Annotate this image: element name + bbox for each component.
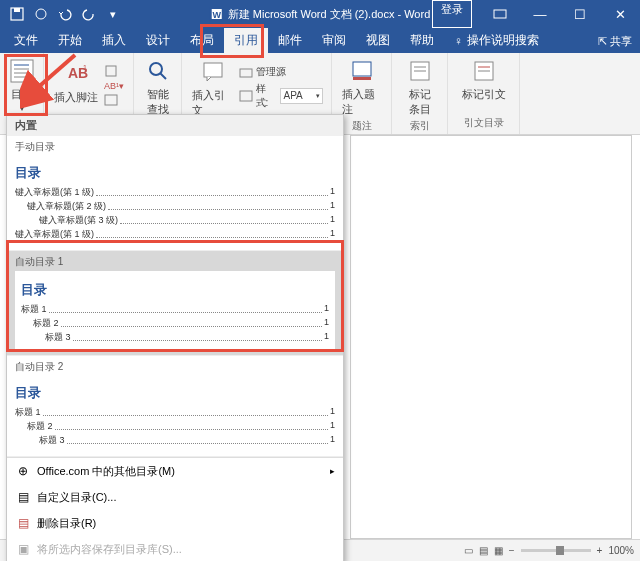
group-toa: 标记引文 引文目录 <box>448 53 520 134</box>
show-notes-button[interactable] <box>102 93 126 107</box>
print-layout-icon[interactable]: ▤ <box>479 545 488 556</box>
search-icon <box>144 57 172 85</box>
tab-layout[interactable]: 布局 <box>180 28 224 53</box>
svg-point-2 <box>36 9 46 19</box>
next-icon: AB¹▾ <box>104 81 124 91</box>
document-canvas[interactable] <box>350 135 632 539</box>
insert-footnote-button[interactable]: AB1 插入脚注 <box>50 58 102 107</box>
maximize-icon[interactable]: ☐ <box>560 0 600 28</box>
ribbon-tabs: 文件 开始 插入 设计 布局 引用 邮件 审阅 视图 帮助 ♀操作说明搜索 ⇱共… <box>0 28 640 53</box>
tab-design[interactable]: 设计 <box>136 28 180 53</box>
svg-rect-19 <box>240 69 252 77</box>
tab-view[interactable]: 视图 <box>356 28 400 53</box>
next-footnote-button[interactable]: AB¹▾ <box>102 80 126 92</box>
zoom-in-icon[interactable]: + <box>597 545 603 556</box>
toa-icon <box>470 57 498 85</box>
manage-sources-button[interactable]: 管理源 <box>237 64 325 80</box>
tab-home[interactable]: 开始 <box>48 28 92 53</box>
toc-qat-icon[interactable] <box>30 3 52 25</box>
zoom-out-icon[interactable]: − <box>509 545 515 556</box>
remove-toc-button[interactable]: ▤删除目录(R) <box>7 510 343 536</box>
toa-label: 引文目录 <box>464 116 504 132</box>
tab-references[interactable]: 引用 <box>224 28 268 53</box>
window-title: W 新建 Microsoft Word 文档 (2).docx - Word <box>210 7 431 22</box>
mark-citation-button[interactable]: 标记引文 <box>458 55 510 104</box>
globe-icon: ⊕ <box>15 463 31 479</box>
insert-endnote-button[interactable] <box>102 63 126 79</box>
share-button[interactable]: ⇱共享 <box>590 30 640 53</box>
chevron-down-icon: ▾ <box>316 92 320 100</box>
notes-icon <box>104 94 118 106</box>
svg-rect-1 <box>14 8 20 12</box>
svg-line-17 <box>160 73 166 79</box>
smart-lookup-button[interactable]: 智能 查找 <box>140 55 176 119</box>
close-icon[interactable]: ✕ <box>600 0 640 28</box>
endnote-icon <box>104 64 118 78</box>
index-icon <box>406 57 434 85</box>
mark-entry-button[interactable]: 标记 条目 <box>402 55 438 119</box>
citation-icon <box>199 58 227 86</box>
index-label: 索引 <box>410 119 430 135</box>
share-icon: ⇱ <box>598 35 607 48</box>
save-toc-button: ▣将所选内容保存到目录库(S)... <box>7 536 343 561</box>
undo-icon[interactable] <box>54 3 76 25</box>
style-selector[interactable]: 样式:APA▾ <box>237 81 325 111</box>
footnote-small-buttons: AB¹▾ <box>102 59 126 107</box>
style-icon <box>239 90 252 102</box>
redo-icon[interactable] <box>78 3 100 25</box>
zoom-slider[interactable] <box>521 549 591 552</box>
office-toc-button[interactable]: ⊕Office.com 中的其他目录(M)▸ <box>7 458 343 484</box>
svg-rect-18 <box>204 63 222 77</box>
ribbon-display-icon[interactable] <box>480 0 520 28</box>
tab-review[interactable]: 审阅 <box>312 28 356 53</box>
svg-text:1: 1 <box>83 64 87 71</box>
custom-toc-button[interactable]: ▤自定义目录(C)... <box>7 484 343 510</box>
svg-rect-20 <box>240 91 252 101</box>
svg-rect-22 <box>353 62 371 76</box>
dropdown-footer: ⊕Office.com 中的其他目录(M)▸ ▤自定义目录(C)... ▤删除目… <box>7 457 343 561</box>
title-bar: ▾ W 新建 Microsoft Word 文档 (2).docx - Word… <box>0 0 640 28</box>
window-controls: 登录 — ☐ ✕ <box>432 0 640 28</box>
web-layout-icon[interactable]: ▦ <box>494 545 503 556</box>
svg-rect-23 <box>353 77 371 80</box>
login-button[interactable]: 登录 <box>432 0 472 28</box>
bulb-icon: ♀ <box>454 34 463 48</box>
svg-text:W: W <box>212 10 221 20</box>
svg-rect-7 <box>11 60 33 82</box>
toc-icon <box>8 57 36 85</box>
svg-rect-14 <box>106 66 116 76</box>
auto-toc-1-option[interactable]: 自动目录 1 目录 标题 11 标题 21 标题 31 <box>7 251 343 356</box>
zoom-level[interactable]: 100% <box>608 545 634 556</box>
custom-icon: ▤ <box>15 489 31 505</box>
group-index: 标记 条目 索引 <box>392 53 448 134</box>
chevron-right-icon: ▸ <box>330 466 335 476</box>
insert-caption-button[interactable]: 插入题注 <box>338 55 385 119</box>
word-icon: W <box>210 7 224 21</box>
minimize-icon[interactable]: — <box>520 0 560 28</box>
tab-tell-me[interactable]: ♀操作说明搜索 <box>444 28 549 53</box>
chevron-down-icon: ▾ <box>20 104 24 113</box>
svg-rect-15 <box>105 95 117 105</box>
save-icon[interactable] <box>6 3 28 25</box>
svg-rect-6 <box>494 10 506 18</box>
caption-icon <box>348 57 376 85</box>
tab-file[interactable]: 文件 <box>4 28 48 53</box>
tab-mailings[interactable]: 邮件 <box>268 28 312 53</box>
toc-dropdown: 内置 手动目录 目录 键入章标题(第 1 级)1 键入章标题(第 2 级)1 键… <box>6 114 344 561</box>
read-mode-icon[interactable]: ▭ <box>464 545 473 556</box>
save-selection-icon: ▣ <box>15 541 31 557</box>
quick-access-toolbar: ▾ <box>0 3 124 25</box>
tab-help[interactable]: 帮助 <box>400 28 444 53</box>
manual-toc-option[interactable]: 手动目录 目录 键入章标题(第 1 级)1 键入章标题(第 2 级)1 键入章标… <box>7 136 343 251</box>
toc-button[interactable]: 目录 ▾ <box>4 55 40 115</box>
captions-label: 题注 <box>352 119 372 135</box>
remove-icon: ▤ <box>15 515 31 531</box>
auto-toc-2-option[interactable]: 自动目录 2 目录 标题 11 标题 21 标题 31 <box>7 356 343 457</box>
sources-icon <box>239 66 253 78</box>
tab-insert[interactable]: 插入 <box>92 28 136 53</box>
footnote-icon: AB1 <box>62 60 90 88</box>
builtin-header: 内置 <box>7 115 343 136</box>
qat-dropdown-icon[interactable]: ▾ <box>102 3 124 25</box>
